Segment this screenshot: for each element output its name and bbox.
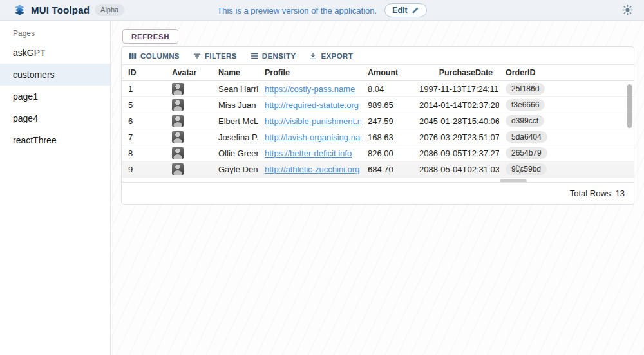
column-header-purchasedate[interactable]: PurchaseDate: [413, 68, 499, 77]
sidebar-item-page1[interactable]: page1: [0, 86, 110, 107]
app-title: MUI Toolpad: [31, 5, 90, 15]
orderid-chip[interactable]: 9dc59bd: [506, 163, 547, 175]
toolpad-logo-icon: [13, 4, 26, 17]
avatar-image: [172, 99, 184, 111]
app-header: MUI Toolpad Alpha This is a preview vers…: [0, 0, 644, 21]
table-row[interactable]: 7 Josefina P... http://lavish-organising…: [122, 129, 634, 145]
main-content: REFRESH COLUMNS FILTERS DENSITY: [111, 21, 644, 355]
column-header-name[interactable]: Name: [212, 68, 258, 77]
export-button[interactable]: EXPORT: [308, 51, 353, 60]
avatar-image: [172, 131, 184, 143]
profile-link[interactable]: http://athletic-zucchini.org: [265, 165, 359, 174]
cell-avatar: [166, 163, 212, 175]
cell-amount: 684.70: [361, 165, 413, 174]
cell-avatar: [166, 115, 212, 127]
sidebar-section-label: Pages: [0, 21, 110, 42]
cell-purchasedate: 2045-01-28T15:40:06.325Z: [413, 116, 499, 126]
profile-link[interactable]: https://costly-pass.name: [265, 84, 355, 94]
column-header-profile[interactable]: Profile: [258, 68, 361, 77]
table-row[interactable]: 1 Sean Harris https://costly-pass.name 8…: [122, 81, 634, 97]
sidebar: Pages askGPT customers page1 page4 react…: [0, 21, 111, 355]
table-row[interactable]: 6 Elbert McL... http://visible-punishmen…: [122, 113, 634, 129]
cell-purchasedate: 1997-11-13T17:24:11.769Z: [413, 84, 499, 94]
cell-id: 7: [122, 132, 166, 142]
cell-name: Sean Harris: [212, 84, 258, 94]
sidebar-item-page4[interactable]: page4: [0, 107, 110, 129]
cell-avatar: [166, 147, 212, 159]
sidebar-item-reactthree[interactable]: reactThree: [0, 129, 110, 151]
cell-avatar: [166, 83, 212, 95]
avatar-image: [172, 115, 184, 127]
cell-purchasedate: 2014-01-14T02:37:28.536Z: [413, 100, 499, 110]
export-button-label: EXPORT: [321, 52, 353, 60]
cell-id: 8: [122, 149, 166, 158]
grid-footer: Total Rows: 13: [122, 182, 634, 204]
column-header-row: ID Avatar Name Profile Amount PurchaseDa…: [122, 64, 634, 81]
cell-name: Josefina P...: [212, 132, 258, 142]
cell-purchasedate: 2086-09-05T12:37:27.015Z: [413, 149, 499, 158]
avatar-image: [172, 83, 184, 95]
profile-link[interactable]: https://better-deficit.info: [265, 149, 352, 158]
profile-link[interactable]: http://required-statute.org: [265, 100, 359, 110]
filter-icon: [193, 51, 202, 60]
cell-amount: 168.63: [361, 132, 413, 142]
column-header-orderid[interactable]: OrderID: [499, 68, 634, 77]
cell-amount: 826.00: [361, 149, 413, 158]
edit-button-label: Edit: [392, 6, 408, 15]
cell-name: Elbert McL...: [212, 116, 258, 126]
edit-button[interactable]: Edit: [384, 3, 427, 17]
total-rows-label: Total Rows: 13: [570, 188, 625, 198]
orderid-chip[interactable]: f3e6666: [506, 99, 545, 111]
cell-id: 9: [122, 165, 166, 174]
filters-button-label: FILTERS: [205, 52, 237, 60]
cell-purchasedate: 2076-03-29T23:51:07.968Z: [413, 132, 499, 142]
vertical-scrollbar[interactable]: [627, 84, 632, 128]
column-header-avatar[interactable]: Avatar: [166, 68, 212, 77]
density-button-label: DENSITY: [262, 52, 296, 60]
orderid-chip[interactable]: 2654b79: [506, 147, 547, 159]
orderid-chip[interactable]: 25f186d: [506, 83, 545, 95]
cell-id: 5: [122, 100, 166, 110]
theme-toggle-sun-icon[interactable]: [620, 3, 635, 18]
download-icon: [308, 51, 317, 60]
data-grid-toolbar: COLUMNS FILTERS DENSITY EXPORT: [122, 47, 634, 64]
profile-link[interactable]: http://lavish-organising.name: [265, 132, 361, 142]
column-header-id[interactable]: ID: [122, 68, 166, 77]
density-icon: [250, 51, 259, 60]
table-row[interactable]: 8 Ollie Green... https://better-deficit.…: [122, 145, 634, 161]
table-row[interactable]: 9 Gayle Den... http://athletic-zucchini.…: [122, 161, 634, 178]
cell-purchasedate: 2088-05-04T02:31:03.294Z: [413, 165, 499, 174]
pencil-icon: [412, 6, 419, 14]
customers-data-grid: COLUMNS FILTERS DENSITY EXPORT: [121, 46, 634, 205]
avatar-image: [172, 163, 184, 175]
cell-avatar: [166, 131, 212, 143]
density-button[interactable]: DENSITY: [250, 51, 296, 60]
avatar-image: [172, 147, 184, 159]
cell-id: 1: [122, 84, 166, 94]
cell-name: Ollie Green...: [212, 149, 258, 158]
profile-link[interactable]: http://visible-punishment.net: [265, 116, 361, 126]
preview-banner-text: This is a preview version of the applica…: [217, 6, 377, 15]
cell-name: Gayle Den...: [212, 165, 258, 174]
columns-button-label: COLUMNS: [140, 52, 180, 60]
cell-amount: 8.04: [361, 84, 413, 94]
sidebar-item-askgpt[interactable]: askGPT: [0, 42, 110, 64]
cell-avatar: [166, 99, 212, 111]
orderid-chip[interactable]: d399ccf: [506, 115, 544, 127]
refresh-button[interactable]: REFRESH: [122, 29, 178, 44]
cell-id: 6: [122, 116, 166, 126]
columns-button[interactable]: COLUMNS: [128, 51, 180, 60]
alpha-badge: Alpha: [95, 4, 124, 16]
cell-amount: 989.65: [361, 100, 413, 110]
columns-icon: [128, 51, 137, 60]
table-row[interactable]: 5 Miss Juan ... http://required-statute.…: [122, 97, 634, 113]
cell-amount: 247.59: [361, 116, 413, 126]
column-header-amount[interactable]: Amount: [361, 68, 413, 77]
cell-name: Miss Juan ...: [212, 100, 258, 110]
sidebar-item-customers[interactable]: customers: [0, 64, 110, 86]
filters-button[interactable]: FILTERS: [193, 51, 237, 60]
orderid-chip[interactable]: 5da6404: [506, 131, 547, 143]
